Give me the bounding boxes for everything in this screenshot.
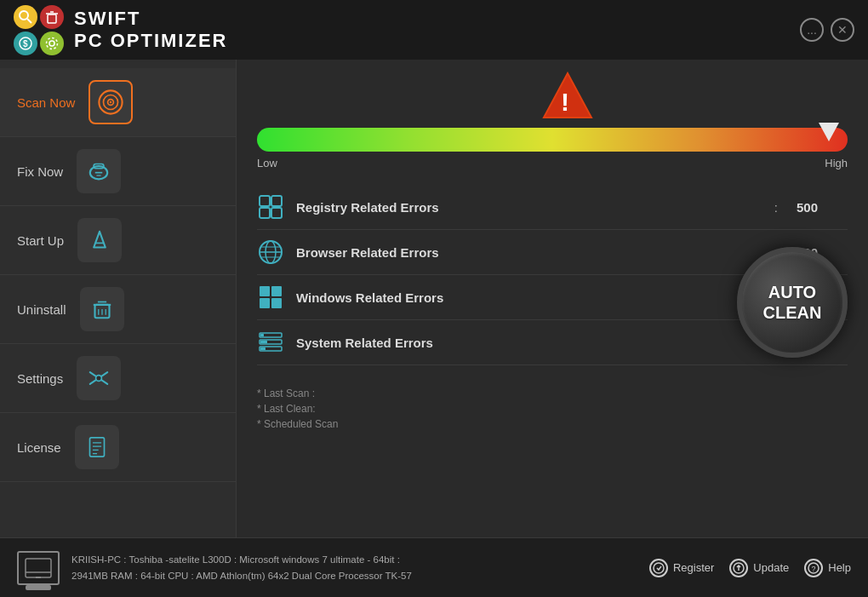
- footer-right: Register Update ? Help: [649, 559, 851, 577]
- monitor-icon: [25, 558, 52, 578]
- start-up-icon: [85, 226, 114, 255]
- footer-left: KRIISH-PC : Toshiba -satelite L300D : Mi…: [17, 551, 412, 585]
- settings-icon-box: [77, 356, 121, 400]
- svg-point-0: [20, 11, 28, 20]
- svg-line-1: [27, 19, 31, 23]
- license-icon-box: [75, 425, 119, 469]
- svg-rect-44: [260, 286, 270, 296]
- footer: KRIISH-PC : Toshiba -satelite L300D : Mi…: [0, 537, 868, 597]
- help-label: Help: [828, 561, 851, 574]
- svg-rect-2: [48, 14, 56, 23]
- update-icon: [729, 559, 748, 577]
- register-label: Register: [673, 561, 714, 574]
- sidebar-item-scan-now[interactable]: Scan Now: [0, 68, 236, 137]
- app-title-optimizer: PC OPTIMIZER: [74, 30, 227, 52]
- svg-point-8: [47, 37, 58, 49]
- gauge-bar: [257, 128, 848, 152]
- svg-text:$: $: [23, 39, 28, 49]
- svg-rect-45: [271, 286, 282, 296]
- warning-indicator: !: [542, 72, 593, 123]
- system-icon: [257, 329, 284, 356]
- sidebar-item-settings[interactable]: Settings: [0, 344, 236, 413]
- svg-rect-53: [260, 347, 266, 350]
- gauge-low-label: Low: [257, 157, 277, 169]
- app-title: SWIFT PC OPTIMIZER: [74, 8, 227, 52]
- auto-clean-text: AUTO CLEAN: [763, 282, 822, 323]
- gauge-labels: Low High: [257, 157, 848, 169]
- gauge-needle: [819, 123, 839, 141]
- logo-icons: $: [14, 5, 64, 55]
- svg-text:!: !: [561, 88, 569, 116]
- license-icon: [83, 433, 111, 462]
- svg-point-57: [654, 563, 664, 573]
- fix-now-icon: [84, 157, 113, 186]
- windows-icon: [257, 284, 284, 311]
- gauge-high-label: High: [825, 157, 848, 169]
- register-button[interactable]: Register: [649, 559, 714, 577]
- sidebar: Scan Now Fix Now: [0, 60, 237, 537]
- start-up-icon-box: [77, 218, 122, 262]
- error-row-registry: Registry Related Errors : 500: [257, 185, 848, 230]
- registry-error-value: 500: [797, 200, 848, 215]
- help-icon: ?: [804, 559, 823, 577]
- system-error-label: System Related Errors: [296, 336, 762, 350]
- registry-error-label: Registry Related Errors: [296, 200, 762, 215]
- browser-icon: [257, 238, 284, 266]
- svg-rect-38: [271, 208, 282, 218]
- settings-icon: [84, 364, 113, 393]
- svg-text:?: ?: [812, 565, 816, 573]
- svg-point-12: [110, 101, 112, 104]
- logo-icon-trash: [40, 5, 64, 29]
- sys-line2: 2941MB RAM : 64-bit CPU : AMD Athlon(tm)…: [71, 568, 412, 583]
- window-controls: ... ✕: [800, 18, 854, 42]
- sidebar-item-fix-now[interactable]: Fix Now: [0, 137, 236, 206]
- fix-now-icon-box: [77, 149, 121, 193]
- auto-clean-button[interactable]: AUTO CLEAN: [737, 247, 848, 358]
- update-label: Update: [753, 561, 789, 574]
- scan-info: * Last Scan : * Last Clean: * Scheduled …: [257, 379, 848, 430]
- svg-rect-35: [260, 196, 270, 206]
- scan-now-icon-box: [89, 80, 133, 124]
- main-layout: Scan Now Fix Now: [0, 60, 868, 537]
- registry-error-colon: :: [774, 200, 778, 215]
- svg-rect-51: [260, 334, 264, 336]
- svg-rect-52: [260, 341, 267, 343]
- sidebar-item-uninstall[interactable]: Uninstall: [0, 275, 236, 344]
- browser-error-label: Browser Related Errors: [296, 245, 762, 260]
- svg-rect-46: [260, 298, 270, 308]
- scheduled-scan-label: * Scheduled Scan: [257, 418, 848, 430]
- uninstall-icon-box: [80, 287, 124, 331]
- warning-triangle-icon: !: [542, 72, 593, 119]
- last-clean-label: * Last Clean:: [257, 403, 848, 415]
- content-area: ! Low High: [237, 60, 868, 537]
- sidebar-item-start-up[interactable]: Start Up: [0, 206, 236, 275]
- gauge-container: Low High: [257, 128, 848, 169]
- title-bar: $ SWIFT PC OPTIMIZER ... ✕: [0, 0, 868, 60]
- register-icon: [649, 559, 668, 577]
- more-button[interactable]: ...: [800, 18, 824, 42]
- last-scan-label: * Last Scan :: [257, 387, 848, 399]
- pc-icon: [17, 551, 60, 585]
- sys-info: KRIISH-PC : Toshiba -satelite L300D : Mi…: [71, 552, 412, 583]
- svg-point-7: [49, 41, 54, 46]
- sidebar-item-license[interactable]: License: [0, 413, 236, 482]
- svg-rect-37: [260, 208, 270, 218]
- logo-icon-gear: [40, 32, 64, 55]
- logo-icon-search: [14, 5, 37, 29]
- registry-icon: [257, 193, 284, 221]
- sys-line1: KRIISH-PC : Toshiba -satelite L300D : Mi…: [71, 552, 412, 567]
- logo-icon-dollar: $: [14, 32, 37, 55]
- svg-rect-47: [271, 298, 282, 308]
- svg-point-27: [96, 376, 102, 382]
- windows-error-label: Windows Related Errors: [296, 290, 762, 305]
- scan-now-icon: [96, 88, 125, 117]
- update-button[interactable]: Update: [729, 559, 789, 577]
- uninstall-icon: [88, 295, 117, 324]
- svg-rect-54: [26, 559, 51, 577]
- svg-marker-17: [94, 232, 106, 248]
- help-button[interactable]: ? Help: [804, 559, 851, 577]
- close-button[interactable]: ✕: [831, 18, 854, 42]
- app-title-swift: SWIFT: [74, 8, 227, 30]
- svg-rect-36: [271, 196, 282, 206]
